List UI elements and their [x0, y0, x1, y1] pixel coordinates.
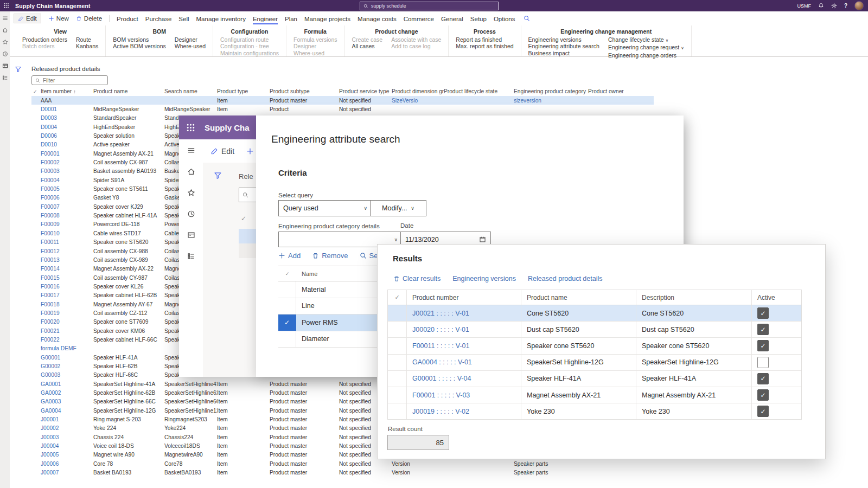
recent-clock-icon[interactable]	[187, 210, 195, 218]
result-row[interactable]: J00021 : : : : : V-01Cone ST5620Cone ST5…	[388, 305, 801, 322]
item-number-link[interactable]: F00009	[41, 221, 93, 227]
select-all-checkmark[interactable]: ✓	[241, 215, 246, 222]
item-number-link[interactable]: F00015	[41, 275, 93, 281]
ribbon-item-production-orders[interactable]: Production orders	[22, 36, 67, 43]
item-number-link[interactable]: F00008	[41, 213, 93, 219]
active-checkbox[interactable]	[757, 357, 769, 368]
menu-item-product[interactable]: Product	[117, 13, 138, 24]
item-number-link[interactable]: G00002	[41, 363, 93, 369]
grid-row[interactable]: AAAItemProduct masterNot specifiedSizeVe…	[31, 96, 654, 105]
filter-funnel-icon[interactable]	[214, 171, 222, 179]
menu-item-engineer[interactable]: Engineer	[253, 13, 278, 24]
notifications-bell-icon[interactable]	[818, 3, 824, 9]
ribbon-item-kanbans[interactable]: Kanbans	[76, 43, 98, 49]
item-number-link[interactable]: F00001	[41, 151, 93, 157]
column-header-product-type[interactable]: Product type	[217, 88, 270, 94]
released-product-details-link[interactable]: Released product details	[528, 275, 603, 282]
engineering-versions-link[interactable]: Engineering versions	[452, 275, 516, 282]
form-page-icon[interactable]	[187, 231, 195, 239]
column-header-product-service-type[interactable]: Product service type	[339, 88, 392, 94]
product-number-link[interactable]: F00011 : : : : : V-01	[406, 338, 521, 354]
product-number-link[interactable]: J00020 : : : : : V-01	[406, 322, 521, 337]
ribbon-item-all-cases[interactable]: All cases	[352, 43, 383, 49]
item-number-link[interactable]: J00004	[41, 443, 93, 449]
filter-funnel-icon[interactable]	[15, 66, 22, 73]
column-header-product-owner[interactable]: Product owner	[588, 88, 654, 94]
column-header-product-subtype[interactable]: Product subtype	[270, 88, 339, 94]
column-header-search-name[interactable]: Search name	[164, 88, 217, 94]
row-select-cell[interactable]	[388, 322, 406, 337]
ribbon-item-route[interactable]: Route	[76, 36, 98, 43]
menu-item-setup[interactable]: Setup	[470, 13, 487, 24]
active-checkbox[interactable]: ✓	[757, 340, 769, 351]
item-number-link[interactable]: D0006	[41, 133, 93, 139]
favorites-star-icon[interactable]	[2, 39, 8, 45]
menu-item-options[interactable]: Options	[494, 13, 515, 24]
column-header-engineering-product-category[interactable]: Engineering product category ...	[514, 88, 588, 94]
item-number-link[interactable]: F00019	[41, 310, 93, 316]
row-select-cell[interactable]	[388, 403, 406, 419]
result-column-header-product-number[interactable]: Product number	[406, 290, 521, 305]
result-row[interactable]: J00020 : : : : : V-01Dust cap ST5620Dust…	[388, 322, 801, 338]
product-number-link[interactable]: F00001 : : : : : V-03	[406, 387, 521, 403]
menu-item-manage-costs[interactable]: Manage costs	[358, 13, 397, 24]
attribute-checkbox[interactable]	[278, 298, 296, 314]
item-number-link[interactable]: F00003	[41, 168, 93, 174]
clear-results-button[interactable]: Clear results	[393, 275, 441, 282]
menu-command-delete[interactable]: Delete	[76, 15, 102, 22]
item-number-link[interactable]: J00002	[41, 425, 93, 431]
favorites-star-icon[interactable]	[187, 189, 195, 197]
item-number-link[interactable]: F00013	[41, 257, 93, 263]
select-query-dropdown[interactable]: Query used ∨	[278, 200, 372, 216]
result-column-header-product-name[interactable]: Product name	[521, 290, 636, 305]
product-number-link[interactable]: G00001 : : : : : V-04	[406, 371, 521, 387]
product-number-link[interactable]: J00021 : : : : : V-01	[406, 305, 521, 321]
item-number-link[interactable]: J00003	[41, 434, 93, 440]
item-number-link[interactable]: F00012	[41, 248, 93, 254]
ribbon-item-bom-versions[interactable]: BOM versions	[113, 36, 165, 43]
row-select-cell[interactable]	[388, 355, 406, 370]
item-number-link[interactable]: D0004	[41, 124, 93, 130]
ribbon-item-engineering-change-request[interactable]: Engineering change request∨	[608, 44, 684, 52]
item-number-link[interactable]: J00007	[41, 470, 93, 476]
form-page-icon[interactable]	[2, 63, 8, 69]
select-all-checkmark[interactable]: ✓	[278, 271, 296, 277]
item-number-link[interactable]: F00007	[41, 204, 93, 210]
ribbon-item-engineering-change-orders[interactable]: Engineering change orders	[608, 52, 684, 59]
result-row[interactable]: J00019 : : : : : V-02Yoke 230Yoke 230✓	[388, 403, 801, 419]
item-number-link[interactable]: D0001	[41, 106, 93, 112]
menu-item-general[interactable]: General	[441, 13, 463, 24]
item-number-link[interactable]: J00006	[41, 461, 93, 467]
result-row[interactable]: GA0004 : : : : : V-01SpeakerSet Highline…	[388, 355, 801, 371]
item-number-link[interactable]: F00021	[41, 328, 93, 334]
grid-row[interactable]: J00006Core 78Core78ItemProduct masterNot…	[31, 459, 654, 468]
ribbon-item-business-impact[interactable]: Business impact	[528, 50, 599, 56]
active-checkbox[interactable]: ✓	[757, 389, 769, 401]
result-row[interactable]: F00011 : : : : : V-01Speaker cone ST5620…	[388, 338, 801, 354]
item-number-link[interactable]: F00022	[41, 337, 93, 343]
ribbon-item-where-used[interactable]: Where-used	[175, 43, 206, 49]
row-select-cell[interactable]	[388, 338, 406, 354]
item-number-link[interactable]: F00011	[41, 239, 93, 245]
ribbon-item-engineering-versions[interactable]: Engineering versions	[528, 36, 599, 43]
column-header-product-lifecycle-state[interactable]: Product lifecycle state	[444, 88, 514, 94]
grid-row[interactable]: J00007Basket BA0193BasketBA0193ItemProdu…	[31, 468, 654, 477]
item-number-link[interactable]: F00004	[41, 177, 93, 183]
workspaces-list-icon[interactable]	[187, 252, 195, 260]
active-checkbox[interactable]: ✓	[757, 307, 769, 319]
item-number-link[interactable]: F00010	[41, 230, 93, 236]
grid-filter-input[interactable]: Filter	[31, 75, 108, 85]
edit-button[interactable]: Edit	[210, 147, 234, 156]
product-number-link[interactable]: GA0004 : : : : : V-01	[406, 355, 521, 370]
item-number-link[interactable]: F00002	[41, 159, 93, 165]
row-select-cell[interactable]	[388, 305, 406, 321]
product-number-link[interactable]: J00019 : : : : : V-02	[406, 403, 521, 419]
row-select-cell[interactable]	[388, 387, 406, 403]
column-header-item-number[interactable]: Item number↑	[41, 88, 93, 94]
item-number-link[interactable]: GA0001	[41, 381, 93, 387]
menu-item-manage-inventory[interactable]: Manage inventory	[196, 13, 246, 24]
column-header-product-name[interactable]: Product name	[93, 88, 164, 94]
ribbon-item-max-report-as-finished[interactable]: Max. report as finished	[456, 43, 513, 49]
result-column-header-active[interactable]: Active	[751, 290, 800, 305]
help-button[interactable]: ?	[844, 3, 847, 9]
